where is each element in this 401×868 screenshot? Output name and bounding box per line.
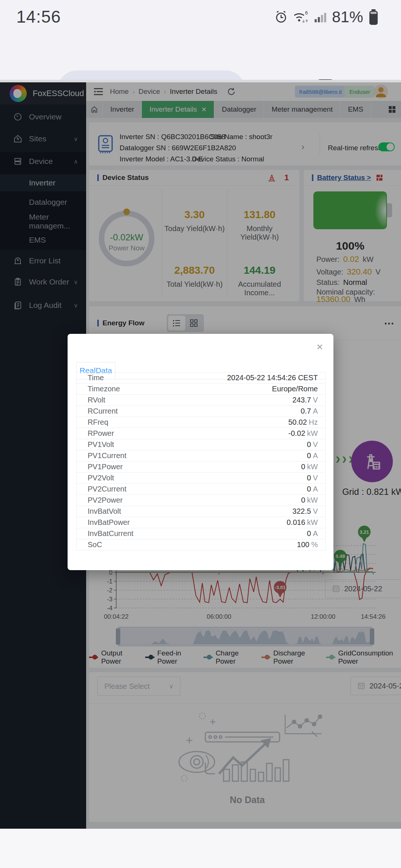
- row-value: 0A: [307, 485, 318, 493]
- status-bar: 14:56 6 81%: [0, 0, 401, 33]
- row-value: 0A: [307, 451, 318, 460]
- row-value: 0V: [307, 440, 318, 449]
- row-value: 0V: [307, 474, 318, 482]
- table-row: PV2Volt0V: [76, 473, 325, 484]
- row-label: PV2Power: [88, 496, 123, 504]
- table-row: Time2024-05-22 14:54:26 CEST: [76, 372, 325, 384]
- table-row: SoC100%: [76, 539, 325, 550]
- row-label: RPower: [88, 429, 114, 438]
- row-label: PV1Power: [88, 463, 123, 471]
- row-label: InvBatVolt: [88, 507, 121, 516]
- row-label: SoC: [88, 540, 102, 549]
- table-row: InvBatVolt322.5V: [76, 506, 325, 517]
- status-clock: 14:56: [16, 7, 61, 27]
- row-value: 50.02Hz: [288, 418, 318, 427]
- row-label: PV1Current: [88, 451, 127, 460]
- wifi-icon: 6: [293, 10, 309, 24]
- row-value: -0.02kW: [288, 429, 318, 438]
- row-value: 100%: [297, 540, 318, 549]
- row-label: PV2Current: [88, 485, 127, 493]
- table-row: RCurrent0.7A: [76, 406, 325, 417]
- row-label: Time: [88, 374, 104, 382]
- row-label: RFreq: [88, 418, 108, 427]
- table-row: InvBatPower0.016kW: [76, 517, 325, 528]
- row-value: 0.016kW: [287, 518, 318, 527]
- row-value: 0kW: [301, 463, 318, 471]
- table-row: TimezoneEurope/Rome: [76, 384, 325, 395]
- table-row: InvBatCurrent0A: [76, 528, 325, 539]
- row-label: PV1Volt: [88, 440, 114, 449]
- row-label: InvBatPower: [88, 518, 130, 527]
- table-row: PV1Current0A: [76, 450, 325, 461]
- divider: [0, 80, 401, 82]
- row-value: 0A: [307, 529, 318, 538]
- table-row: RFreq50.02Hz: [76, 417, 325, 428]
- system-nav-bar: [0, 829, 401, 868]
- row-value: 0kW: [301, 496, 318, 504]
- svg-text:6: 6: [305, 10, 308, 16]
- row-label: InvBatCurrent: [88, 529, 133, 538]
- row-label: RCurrent: [88, 407, 118, 415]
- row-label: RVolt: [88, 396, 105, 404]
- row-label: Timezone: [88, 385, 120, 393]
- table-row: RPower-0.02kW: [76, 428, 325, 439]
- row-value: 2024-05-22 14:54:26 CEST: [227, 374, 318, 382]
- close-icon[interactable]: ×: [316, 341, 323, 353]
- row-label: PV2Volt: [88, 474, 114, 482]
- realdata-modal: × RealData Time2024-05-22 14:54:26 CESTT…: [68, 334, 333, 570]
- table-row: PV1Volt0V: [76, 439, 325, 450]
- signal-icon: [314, 10, 327, 24]
- table-row: RVolt243.7V: [76, 395, 325, 406]
- row-value: 322.5V: [293, 507, 318, 516]
- table-row: PV2Power0kW: [76, 495, 325, 506]
- battery-percent: 81%: [332, 8, 363, 26]
- row-value: 0.7A: [301, 407, 318, 415]
- alarm-icon: [275, 10, 287, 24]
- table-row: PV2Current0A: [76, 484, 325, 495]
- row-value: Europe/Rome: [272, 385, 318, 393]
- realdata-table: Time2024-05-22 14:54:26 CESTTimezoneEuro…: [76, 372, 326, 550]
- phone-screen: 14:56 6 81%: [0, 0, 401, 868]
- row-value: 243.7V: [293, 396, 318, 404]
- browser-toolbar: foxesscloud.com/bu 3: [0, 33, 401, 80]
- table-row: PV1Power0kW: [76, 461, 325, 473]
- battery-icon: [368, 9, 379, 25]
